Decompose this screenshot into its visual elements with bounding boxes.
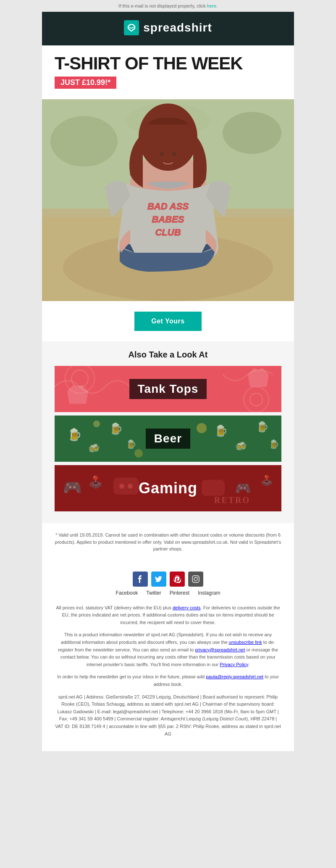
svg-text:🎮: 🎮 xyxy=(63,478,82,496)
svg-text:CLUB: CLUB xyxy=(155,227,181,238)
logo-text: spreadshirt xyxy=(143,21,212,34)
svg-point-40 xyxy=(119,484,124,489)
social-icons-row xyxy=(55,572,281,587)
twitter-label: Twitter xyxy=(146,590,161,596)
delivery-costs-link[interactable]: delivery costs xyxy=(173,605,201,610)
top-bar: If this e-mail is not displayed properly… xyxy=(0,0,336,12)
product-image: BAD ASS BABES CLUB xyxy=(42,99,294,301)
facebook-icon[interactable] xyxy=(133,572,148,587)
svg-text:🍻: 🍻 xyxy=(88,442,100,454)
footer-para4: sprd.net AG | Address: Gießerstraße 27, … xyxy=(55,693,281,738)
svg-text:🍺: 🍺 xyxy=(214,424,228,437)
price-badge: JUST £10.99!* xyxy=(55,77,116,89)
facebook-label: Facebook xyxy=(116,590,138,596)
social-labels: Facebook Twitter Pinterest Instagram xyxy=(55,590,281,596)
spreadshirt-logo-icon xyxy=(124,20,139,35)
person-illustration: BAD ASS BABES CLUB xyxy=(42,99,294,301)
topbar-text: If this e-mail is not displayed properly… xyxy=(118,3,207,8)
svg-text:🍺: 🍺 xyxy=(269,439,279,449)
footer-para1: All prices incl. statutory VAT (delivery… xyxy=(55,604,281,627)
category-card-tank-tops[interactable]: Tank Tops xyxy=(55,366,281,412)
hero-title: T-SHIRT OF THE WEEK xyxy=(55,54,281,73)
svg-rect-43 xyxy=(192,576,199,582)
twitter-icon[interactable] xyxy=(151,572,166,587)
cta-section: Get Yours xyxy=(42,301,294,341)
disclaimer-text: * Valid until 19.05.2019. Cannot be used… xyxy=(55,532,281,553)
email-body: spreadshirt T-SHIRT OF THE WEEK JUST £10… xyxy=(42,12,294,751)
footer-para3: In order to help the newsletter get to y… xyxy=(55,673,281,688)
topbar-link[interactable]: here xyxy=(207,3,216,8)
footer-section: Facebook Twitter Pinterest Instagram All… xyxy=(42,561,294,752)
footer-para2: This is a product information newsletter… xyxy=(55,631,281,668)
also-look-title: Also Take a Look At xyxy=(55,350,281,360)
svg-text:RETRO: RETRO xyxy=(214,495,250,505)
unsubscribe-link[interactable]: unsubscribe link xyxy=(229,640,262,645)
privacy-email-link[interactable]: privacy@spreadshirt.net xyxy=(195,647,245,652)
svg-text:🕹️: 🕹️ xyxy=(88,475,103,489)
pinterest-icon[interactable] xyxy=(170,572,185,587)
svg-text:BABES: BABES xyxy=(152,214,184,225)
pinterest-label: Pinterest xyxy=(170,590,189,596)
svg-point-10 xyxy=(139,103,197,171)
logo-box: spreadshirt xyxy=(124,20,212,35)
disclaimer-section: * Valid until 19.05.2019. Cannot be used… xyxy=(42,523,294,561)
svg-point-31 xyxy=(134,449,143,458)
category-card-gaming[interactable]: 🎮 🕹️ 🎮 🕹️ RETRO Gaming xyxy=(55,465,281,511)
svg-text:🍺: 🍺 xyxy=(126,439,136,449)
svg-point-30 xyxy=(197,423,207,433)
svg-text:🎮: 🎮 xyxy=(235,481,251,496)
svg-point-15 xyxy=(172,151,176,156)
gaming-label: Gaming xyxy=(130,476,206,500)
instagram-icon[interactable] xyxy=(188,572,203,587)
svg-text:🍻: 🍻 xyxy=(235,440,247,452)
svg-point-32 xyxy=(93,421,100,427)
svg-point-3 xyxy=(50,116,118,167)
hero-section: T-SHIRT OF THE WEEK JUST £10.99!* xyxy=(42,45,294,99)
svg-point-44 xyxy=(194,577,197,581)
svg-point-45 xyxy=(197,577,198,577)
svg-point-4 xyxy=(223,112,281,154)
tank-tops-label: Tank Tops xyxy=(129,379,207,399)
privacy-policy-link[interactable]: Privacy Policy xyxy=(220,662,248,667)
social-section: Facebook Twitter Pinterest Instagram xyxy=(55,565,281,604)
svg-text:BAD ASS: BAD ASS xyxy=(147,201,189,212)
instagram-label: Instagram xyxy=(198,590,220,596)
svg-text:🍺: 🍺 xyxy=(256,421,269,433)
beer-label: Beer xyxy=(146,429,190,449)
get-yours-button[interactable]: Get Yours xyxy=(134,312,201,331)
category-card-beer[interactable]: 🍺 🍻 🍺 🍺 🍺 🍻 🍺 🍺 Beer xyxy=(55,415,281,462)
svg-point-14 xyxy=(160,151,164,156)
reply-email-link[interactable]: paula@reply.spreadshirt.net xyxy=(206,674,263,679)
header-logo: spreadshirt xyxy=(42,12,294,45)
email-wrapper: If this e-mail is not displayed properly… xyxy=(0,0,336,751)
svg-text:🕹️: 🕹️ xyxy=(260,474,273,487)
svg-text:🍺: 🍺 xyxy=(67,428,82,442)
also-look-section: Also Take a Look At xyxy=(42,341,294,523)
svg-text:🍺: 🍺 xyxy=(109,422,123,435)
